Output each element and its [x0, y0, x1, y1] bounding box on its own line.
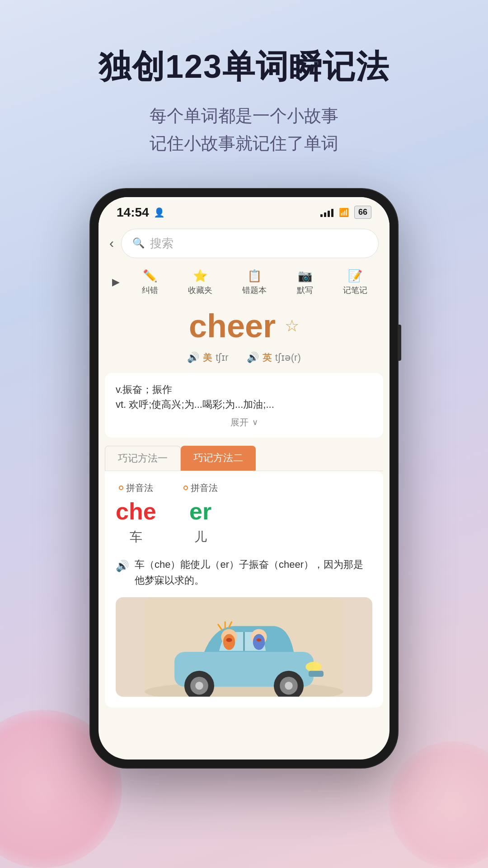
- phonetics: 🔊 美 tʃɪr 🔊 英 tʃɪə(r): [112, 352, 376, 364]
- definition-card: v.振奋；振作 vt. 欢呼;使高兴;为...喝彩;为...加油;... 展开 …: [105, 373, 383, 438]
- svg-point-10: [305, 662, 321, 672]
- memory-card: 拼音法 che 车 拼音法 er 儿: [105, 471, 383, 708]
- uk-speaker-icon[interactable]: 🔊: [247, 352, 259, 363]
- play-button[interactable]: ▶: [112, 276, 120, 288]
- mistakes-label: 错题本: [242, 285, 267, 296]
- hero-subtitle: 每个单词都是一个小故事 记住小故事就记住了单词: [150, 102, 338, 157]
- pinyin-dot-2: [183, 486, 188, 490]
- us-phonetic-text: tʃɪr: [216, 352, 228, 363]
- pinyin-sections: 拼音法 che 车 拼音法 er 儿: [116, 482, 372, 546]
- notes-icon: 📝: [348, 269, 362, 283]
- word-header: cheer ☆: [112, 307, 376, 344]
- correct-icon: ✏️: [143, 269, 157, 283]
- dictation-label: 默写: [297, 285, 313, 296]
- phone-outer: 14:54 👤 📶 66 ‹ 🔍: [90, 189, 398, 768]
- pinyin-method-label-2: 拼音法: [183, 482, 218, 494]
- toolbar-item-dictation[interactable]: 📷 默写: [297, 269, 313, 296]
- def-line-1: v.振奋；振作: [116, 382, 372, 397]
- pinyin-section-che: 拼音法 che 车: [116, 482, 156, 546]
- pinyin-label-1-text: 拼音法: [126, 482, 153, 494]
- toolbar-item-favorites[interactable]: ⭐ 收藏夹: [188, 269, 212, 296]
- signal-icon: [320, 208, 333, 217]
- syllable-che: che: [116, 498, 156, 525]
- search-bar-row: ‹ 🔍 搜索: [99, 224, 389, 265]
- memory-sentence: 🔊 车（che）能使儿（er）子振奋（cheer），因为那是他梦寐以求的。: [116, 557, 372, 588]
- uk-phonetic-text: tʃɪə(r): [275, 352, 301, 363]
- pinyin-section-er: 拼音法 er 儿: [183, 482, 218, 546]
- word-text: cheer: [189, 307, 276, 344]
- expand-button[interactable]: 展开 ∨: [116, 416, 372, 429]
- svg-point-14: [226, 638, 232, 642]
- bookmark-icon[interactable]: ☆: [285, 316, 299, 335]
- battery-indicator: 66: [354, 206, 371, 219]
- back-button[interactable]: ‹: [109, 236, 114, 251]
- favorites-label: 收藏夹: [188, 285, 212, 296]
- toolbar: ▶ ✏️ 纠错 ⭐ 收藏夹 📋 错题本: [99, 265, 389, 303]
- search-icon: 🔍: [132, 237, 145, 249]
- phone-screen: 14:54 👤 📶 66 ‹ 🔍: [99, 197, 389, 760]
- correct-label: 纠错: [142, 285, 158, 296]
- search-bar[interactable]: 🔍 搜索: [121, 229, 379, 258]
- status-icons: 📶 66: [320, 206, 371, 219]
- toolbar-item-mistakes[interactable]: 📋 错题本: [242, 269, 267, 296]
- wifi-icon: 📶: [339, 208, 349, 217]
- car-illustration: [116, 597, 372, 697]
- def-line-2: vt. 欢呼;使高兴;为...喝彩;为...加油;...: [116, 397, 372, 412]
- syllable-er: er: [189, 498, 211, 525]
- sentence-speaker-icon[interactable]: 🔊: [116, 557, 129, 575]
- uk-label: 英: [263, 352, 272, 364]
- pinyin-label-2-text: 拼音法: [191, 482, 218, 494]
- expand-label: 展开: [230, 416, 249, 429]
- hero-subtitle-line1: 每个单词都是一个小故事: [150, 106, 338, 125]
- notes-label: 记笔记: [343, 285, 367, 296]
- toolbar-item-notes[interactable]: 📝 记笔记: [343, 269, 367, 296]
- favorites-icon: ⭐: [193, 269, 207, 283]
- hero-title: 独创123单词瞬记法: [99, 45, 389, 89]
- pinyin-method-label-1: 拼音法: [119, 482, 153, 494]
- pinyin-dot-1: [119, 486, 123, 490]
- method-tabs: 巧记方法一 巧记方法二: [105, 446, 383, 471]
- meaning-er: 儿: [194, 528, 207, 546]
- search-placeholder: 搜索: [150, 236, 174, 251]
- uk-phonetic: 🔊 英 tʃɪə(r): [247, 352, 301, 364]
- dictation-icon: 📷: [298, 269, 312, 283]
- meaning-che: 车: [130, 528, 142, 546]
- hero-subtitle-line2: 记住小故事就记住了单词: [150, 134, 338, 153]
- us-label: 美: [203, 352, 212, 364]
- phone-mockup: 14:54 👤 📶 66 ‹ 🔍: [90, 189, 398, 768]
- toolbar-items: ✏️ 纠错 ⭐ 收藏夹 📋 错题本 📷 默写: [133, 269, 376, 296]
- power-button: [398, 325, 401, 361]
- user-icon: 👤: [154, 207, 165, 218]
- toolbar-item-correct[interactable]: ✏️ 纠错: [142, 269, 158, 296]
- page-content: 独创123单词瞬记法 每个单词都是一个小故事 记住小故事就记住了单词 14:54…: [0, 0, 488, 768]
- svg-point-17: [257, 638, 262, 642]
- svg-point-16: [253, 634, 265, 650]
- us-phonetic: 🔊 美 tʃɪr: [187, 352, 228, 364]
- us-speaker-icon[interactable]: 🔊: [187, 352, 199, 363]
- tab-method-2[interactable]: 巧记方法二: [181, 446, 256, 471]
- status-time: 14:54: [117, 205, 149, 220]
- car-svg: [116, 597, 372, 697]
- svg-point-9: [285, 682, 293, 690]
- word-section: cheer ☆ 🔊 美 tʃɪr 🔊 英 tʃɪə(r): [99, 303, 389, 364]
- svg-rect-11: [309, 671, 324, 677]
- sentence-text: 车（che）能使儿（er）子振奋（cheer），因为那是他梦寐以求的。: [135, 557, 372, 588]
- mistakes-icon: 📋: [247, 269, 262, 283]
- status-bar: 14:54 👤 📶 66: [99, 197, 389, 224]
- svg-point-6: [195, 682, 203, 690]
- expand-arrow-icon: ∨: [252, 417, 258, 427]
- tab-method-1[interactable]: 巧记方法一: [105, 446, 181, 471]
